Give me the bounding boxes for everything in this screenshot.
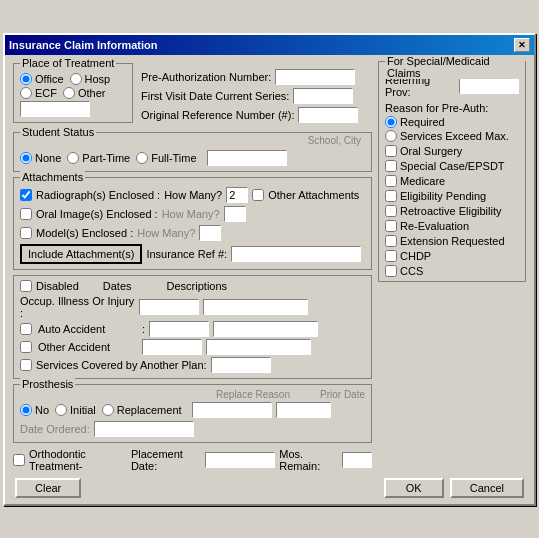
required-radio-row: Required [385,116,519,128]
office-radio-row: Office [20,73,64,85]
model-checkbox[interactable] [20,227,32,239]
office-radio[interactable] [20,73,32,85]
services-input[interactable] [211,357,271,373]
first-visit-input[interactable] [293,88,353,104]
other-accident-checkbox[interactable] [20,341,32,353]
other-accident-desc-input[interactable] [206,339,311,355]
model-label: Model(s) Enclosed : [36,227,133,239]
school-city-label: School, City [308,135,361,146]
include-attachments-button[interactable]: Include Attachment(s) [20,244,142,264]
auto-date-input[interactable] [149,321,209,337]
services-checkbox[interactable] [20,359,32,371]
services-row: Services Covered by Another Plan: [20,357,365,373]
ccs-checkbox[interactable] [385,265,397,277]
fulltime-radio[interactable] [136,152,148,164]
re-evaluation-checkbox[interactable] [385,220,397,232]
occup-date-input[interactable] [139,299,199,315]
retroactive-eligibility-checkbox[interactable] [385,205,397,217]
hosp-radio[interactable] [70,73,82,85]
replace-reason-input[interactable] [192,402,272,418]
prosthesis-group: Prosthesis Replace Reason Prior Date No … [13,384,372,443]
school-city-input[interactable] [207,150,287,166]
initial-radio[interactable] [55,404,67,416]
services-exceed-radio[interactable] [385,130,397,142]
disabled-checkbox[interactable] [20,280,32,292]
orig-ref-input[interactable] [298,107,358,123]
special-case-label: Special Case/EPSDT [400,160,505,172]
prosthesis-header-row: Replace Reason Prior Date [20,389,365,400]
services-exceed-label: Services Exceed Max. [400,130,509,142]
oral-image-checkbox[interactable] [20,208,32,220]
chdp-row: CHDP [385,250,519,262]
special-medicaid-group: For Special/Medicaid Claims Referring Pr… [378,61,526,282]
ecf-radio[interactable] [20,87,32,99]
auto-accident-checkbox[interactable] [20,323,32,335]
prior-date-input[interactable] [276,402,331,418]
insurance-ref-input[interactable] [231,246,361,262]
placement-date-input[interactable] [205,452,275,468]
other-attachments-label: Other Attachments [268,189,359,201]
oral-surgery-checkbox[interactable] [385,145,397,157]
special-case-checkbox[interactable] [385,160,397,172]
clear-button[interactable]: Clear [15,478,81,498]
pot-text-input[interactable] [20,101,90,117]
replace-reason-header: Replace Reason [216,389,290,400]
first-visit-row: First Visit Date Current Series: [141,88,372,104]
required-radio[interactable] [385,116,397,128]
radiograph-checkbox[interactable] [20,189,32,201]
cancel-button[interactable]: Cancel [450,478,524,498]
replacement-radio[interactable] [102,404,114,416]
radiograph-row: Radiograph(s) Enclosed : How Many? Other… [20,187,365,203]
place-of-treatment-label: Place of Treatment [20,57,116,69]
descriptions-header: Descriptions [167,280,228,292]
referring-prov-input[interactable] [459,78,519,94]
medicare-checkbox[interactable] [385,175,397,187]
parttime-radio-row: Part-Time [67,152,130,164]
date-ordered-row: Date Ordered: [20,421,365,437]
none-radio[interactable] [20,152,32,164]
how-many-label-1: How Many? [164,189,222,201]
ok-button[interactable]: OK [384,478,444,498]
disabled-header: Disabled Dates Descriptions [20,280,365,292]
extension-requested-checkbox[interactable] [385,235,397,247]
parttime-radio[interactable] [67,152,79,164]
form-fields: Pre-Authorization Number: First Visit Da… [141,69,372,123]
special-medicaid-label: For Special/Medicaid Claims [385,55,525,79]
mos-remain-input[interactable] [342,452,372,468]
how-many-label-3: How Many? [137,227,195,239]
other-accident-date-input[interactable] [142,339,202,355]
prior-date-header: Prior Date [320,389,365,400]
auto-label: Auto Accident [38,323,138,335]
top-form-area: Place of Treatment Office Hos [13,63,372,128]
replacement-radio-row: Replacement [102,404,182,416]
oral-image-count-input[interactable] [224,206,246,222]
occup-desc-input[interactable] [203,299,308,315]
how-many-label-2: How Many? [162,208,220,220]
button-row: Clear OK Cancel [13,478,526,498]
extension-requested-label: Extension Requested [400,235,505,247]
re-evaluation-row: Re-Evaluation [385,220,519,232]
radiograph-count-input[interactable] [226,187,248,203]
chdp-label: CHDP [400,250,431,262]
auto-desc-input[interactable] [213,321,318,337]
other-radio[interactable] [63,87,75,99]
office-hosp-row: Office Hosp [20,73,126,85]
attachments-label: Attachments [20,171,85,183]
orthodontic-checkbox[interactable] [13,454,25,466]
retroactive-eligibility-label: Retroactive Eligibility [400,205,501,217]
eligibility-pending-checkbox[interactable] [385,190,397,202]
fulltime-radio-row: Full-Time [136,152,196,164]
radiograph-label: Radiograph(s) Enclosed : [36,189,160,201]
oral-surgery-row: Oral Surgery [385,145,519,157]
services-label: Services Covered by Another Plan: [36,359,207,371]
other-attachments-checkbox[interactable] [252,189,264,201]
eligibility-pending-row: Eligibility Pending [385,190,519,202]
model-count-input[interactable] [199,225,221,241]
date-ordered-input[interactable] [94,421,194,437]
parttime-label: Part-Time [82,152,130,164]
close-button[interactable]: ✕ [514,38,530,52]
place-of-treatment-section: Place of Treatment Office Hos [13,63,133,128]
pre-auth-input[interactable] [275,69,355,85]
chdp-checkbox[interactable] [385,250,397,262]
no-radio[interactable] [20,404,32,416]
